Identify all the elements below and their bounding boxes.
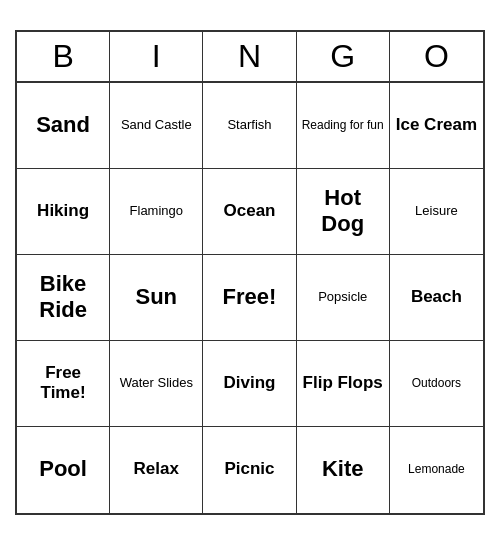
cell-text: Water Slides (120, 375, 193, 391)
cell-text: Reading for fun (302, 118, 384, 132)
bingo-cell: Sun (110, 255, 203, 341)
header-letter: B (17, 32, 110, 81)
cell-text: Free! (223, 284, 277, 310)
bingo-cell: Flip Flops (297, 341, 390, 427)
cell-text: Lemonade (408, 462, 465, 476)
cell-text: Picnic (224, 459, 274, 479)
bingo-cell: Water Slides (110, 341, 203, 427)
bingo-cell: Relax (110, 427, 203, 513)
cell-text: Starfish (227, 117, 271, 133)
header-letter: G (297, 32, 390, 81)
bingo-cell: Lemonade (390, 427, 483, 513)
cell-text: Leisure (415, 203, 458, 219)
bingo-cell: Popsicle (297, 255, 390, 341)
header-letter: N (203, 32, 296, 81)
bingo-header: BINGO (17, 32, 483, 83)
cell-text: Ocean (224, 201, 276, 221)
cell-text: Relax (134, 459, 179, 479)
cell-text: Pool (39, 456, 87, 482)
bingo-cell: Free! (203, 255, 296, 341)
bingo-cell: Beach (390, 255, 483, 341)
cell-text: Outdoors (412, 376, 461, 390)
bingo-cell: Outdoors (390, 341, 483, 427)
bingo-cell: Ice Cream (390, 83, 483, 169)
bingo-cell: Picnic (203, 427, 296, 513)
cell-text: Flamingo (130, 203, 183, 219)
bingo-cell: Pool (17, 427, 110, 513)
bingo-grid: SandSand CastleStarfishReading for funIc… (17, 83, 483, 513)
bingo-cell: Kite (297, 427, 390, 513)
bingo-cell: Flamingo (110, 169, 203, 255)
cell-text: Sand (36, 112, 90, 138)
cell-text: Hot Dog (301, 185, 385, 238)
bingo-cell: Bike Ride (17, 255, 110, 341)
cell-text: Kite (322, 456, 364, 482)
cell-text: Beach (411, 287, 462, 307)
cell-text: Sand Castle (121, 117, 192, 133)
bingo-cell: Starfish (203, 83, 296, 169)
cell-text: Bike Ride (21, 271, 105, 324)
cell-text: Diving (224, 373, 276, 393)
bingo-cell: Ocean (203, 169, 296, 255)
cell-text: Popsicle (318, 289, 367, 305)
header-letter: O (390, 32, 483, 81)
bingo-cell: Hiking (17, 169, 110, 255)
cell-text: Hiking (37, 201, 89, 221)
bingo-cell: Leisure (390, 169, 483, 255)
bingo-cell: Diving (203, 341, 296, 427)
bingo-cell: Sand Castle (110, 83, 203, 169)
bingo-cell: Hot Dog (297, 169, 390, 255)
bingo-cell: Sand (17, 83, 110, 169)
cell-text: Free Time! (21, 363, 105, 404)
bingo-cell: Free Time! (17, 341, 110, 427)
header-letter: I (110, 32, 203, 81)
cell-text: Sun (136, 284, 178, 310)
cell-text: Flip Flops (303, 373, 383, 393)
cell-text: Ice Cream (396, 115, 477, 135)
bingo-card: BINGO SandSand CastleStarfishReading for… (15, 30, 485, 515)
bingo-cell: Reading for fun (297, 83, 390, 169)
